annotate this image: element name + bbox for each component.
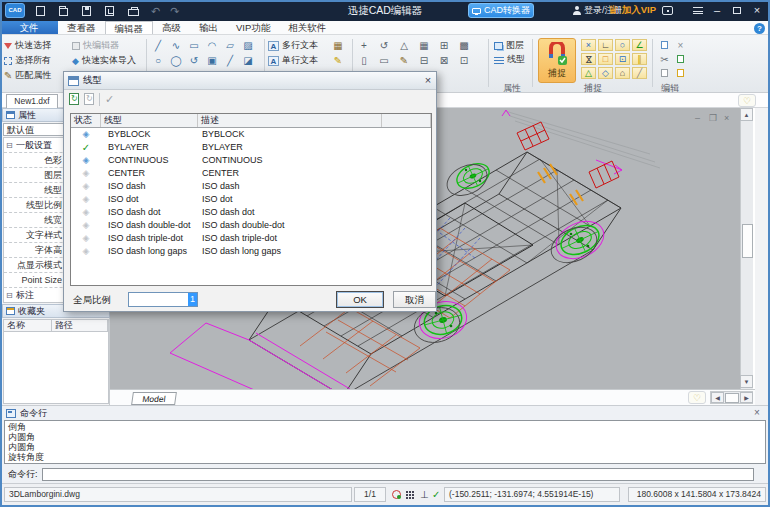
horizontal-scroll-thumb[interactable]: [725, 393, 739, 403]
dtext-button[interactable]: A单行文本: [268, 54, 318, 67]
mirror-icon[interactable]: △: [396, 39, 412, 52]
dialog-title-bar[interactable]: 线型 ×: [64, 72, 436, 90]
save-icon[interactable]: [82, 6, 91, 16]
feedback-icon[interactable]: [662, 6, 673, 15]
description-column-header[interactable]: 描述: [198, 114, 382, 127]
cut-icon[interactable]: ✂: [657, 54, 672, 67]
block-icon[interactable]: ◪: [240, 54, 256, 67]
move-icon[interactable]: +: [356, 39, 372, 52]
snap-midpoint-icon[interactable]: △: [581, 67, 596, 79]
snap-toggle-button[interactable]: 捕捉: [538, 38, 576, 83]
break-icon[interactable]: ⊠: [436, 54, 452, 67]
child-close-icon[interactable]: ×: [724, 113, 729, 124]
menu-tab-相关软件[interactable]: 相关软件: [279, 21, 335, 34]
favorites-list[interactable]: [3, 332, 109, 404]
favorites-path-column[interactable]: 路径: [52, 320, 108, 331]
linetype-column-header[interactable]: 线型: [101, 114, 198, 127]
open-file-icon[interactable]: [59, 8, 68, 16]
horizontal-scrollbar[interactable]: ◀ ▶: [710, 391, 753, 404]
style-brush-icon[interactable]: ✎: [330, 54, 346, 67]
snap-parallel-icon[interactable]: ∥: [632, 53, 647, 65]
edit-pencil-icon[interactable]: ✎: [396, 54, 412, 67]
cancel-button[interactable]: 取消: [393, 291, 436, 308]
model-tab[interactable]: Model: [131, 392, 177, 405]
export-icon[interactable]: [105, 6, 114, 16]
maximize-button[interactable]: [733, 7, 741, 14]
linetype-row[interactable]: ✓BYLAYERBYLAYER: [71, 141, 431, 154]
snap-node-icon[interactable]: ◇: [598, 67, 613, 79]
document-tab[interactable]: New1.dxf: [6, 94, 58, 108]
linetype-row[interactable]: ◈CONTINUOUSCONTINUOUS: [71, 154, 431, 167]
hatch-icon[interactable]: ▨: [240, 39, 256, 52]
group-icon[interactable]: ▩: [456, 39, 472, 52]
ellipse-icon[interactable]: ◯: [168, 54, 184, 67]
print-icon[interactable]: [128, 9, 139, 16]
menu-tab-编辑器[interactable]: 编辑器: [105, 21, 154, 34]
pline-icon[interactable]: ╱: [222, 54, 238, 67]
join-vip-button[interactable]: ♛加入VIP: [608, 2, 656, 18]
favorite-heart-icon[interactable]: ♡: [688, 391, 706, 404]
scroll-right-icon[interactable]: ▶: [740, 392, 753, 403]
snap-endpoint-icon[interactable]: □: [598, 53, 613, 65]
snap-perpendicular-icon[interactable]: ∟: [598, 39, 613, 51]
command-input[interactable]: [42, 468, 754, 481]
revcloud-icon[interactable]: ↺: [186, 54, 202, 67]
scroll-up-icon[interactable]: ▲: [740, 108, 753, 121]
scroll-left-icon[interactable]: ◀: [711, 392, 724, 403]
minimize-button[interactable]: –: [709, 0, 725, 21]
copy-properties-icon[interactable]: [657, 68, 672, 81]
command-history[interactable]: 倒角内圆角内圆角旋转角度: [4, 420, 766, 464]
new-file-icon[interactable]: [36, 6, 45, 16]
undo-icon[interactable]: ↶: [151, 2, 160, 20]
snap-angle-icon[interactable]: ∠: [632, 39, 647, 51]
rectangle-icon[interactable]: ▭: [186, 39, 202, 52]
status-column-header[interactable]: 状态: [71, 114, 101, 127]
menu-tab-文件[interactable]: 文件: [0, 21, 58, 34]
linetype-row[interactable]: ◈BYBLOCKBYBLOCK: [71, 128, 431, 141]
ortho-status-icon[interactable]: ⊥: [420, 489, 429, 501]
arc-icon[interactable]: ◠: [204, 39, 220, 52]
delete-icon[interactable]: ×: [673, 40, 688, 53]
snap-center-icon[interactable]: ○: [615, 39, 630, 51]
linetype-row[interactable]: ◈ISO dash double-dotISO dash double-dot: [71, 219, 431, 232]
dialog-close-icon[interactable]: ×: [420, 73, 436, 89]
snap-quadrant-icon[interactable]: ⌂: [615, 67, 630, 79]
cad-converter-button[interactable]: CAD转换器: [468, 3, 534, 18]
help-icon[interactable]: ?: [754, 23, 765, 34]
trim-icon[interactable]: ⊟: [416, 54, 432, 67]
close-button[interactable]: ×: [749, 0, 765, 21]
snap-insertion-icon[interactable]: ⊡: [615, 53, 630, 65]
redo-icon[interactable]: ↷: [170, 2, 179, 20]
table-icon[interactable]: ▦: [330, 39, 346, 52]
spline-icon[interactable]: ∿: [168, 39, 184, 52]
offset-icon[interactable]: ▯: [356, 54, 372, 67]
linetype-row[interactable]: ◈ISO dash dotISO dash dot: [71, 206, 431, 219]
child-restore-icon[interactable]: ❐: [709, 113, 717, 124]
favorites-name-column[interactable]: 名称: [4, 320, 52, 331]
linetype-row[interactable]: ◈ISO dashISO dash: [71, 180, 431, 193]
scale-icon[interactable]: ⊞: [436, 39, 452, 52]
collapse-icon[interactable]: ⊟: [6, 141, 13, 150]
mtext-button[interactable]: A多行文本: [268, 39, 318, 52]
ok-button[interactable]: OK: [336, 291, 384, 308]
osnap-status-icon[interactable]: [392, 490, 401, 499]
global-scale-input[interactable]: 1: [128, 292, 198, 307]
menu-tab-VIP功能[interactable]: VIP功能: [227, 21, 279, 34]
image-icon[interactable]: ▣: [204, 54, 220, 67]
vertical-scroll-thumb[interactable]: [742, 224, 753, 258]
delete-linetype-icon[interactable]: [84, 93, 94, 105]
linetype-button[interactable]: 线型: [494, 53, 525, 66]
command-close-icon[interactable]: ×: [750, 406, 764, 420]
polygon-icon[interactable]: ▱: [222, 39, 238, 52]
linetype-row[interactable]: ◈ISO dash triple-dotISO dash triple-dot: [71, 232, 431, 245]
edit-status-icon[interactable]: ✓: [432, 489, 440, 501]
select-all-button[interactable]: 选择所有: [4, 54, 51, 67]
menu-icon[interactable]: [693, 7, 703, 14]
match-properties-button[interactable]: ✎匹配属性: [4, 69, 51, 82]
grid-status-icon[interactable]: [406, 491, 408, 493]
circle-icon[interactable]: ○: [150, 54, 166, 67]
quick-select-button[interactable]: 快速选择: [4, 39, 51, 52]
set-current-icon[interactable]: ✓: [105, 93, 114, 106]
collapse-icon[interactable]: ⊟: [6, 291, 13, 300]
copy-icon[interactable]: [657, 40, 672, 53]
